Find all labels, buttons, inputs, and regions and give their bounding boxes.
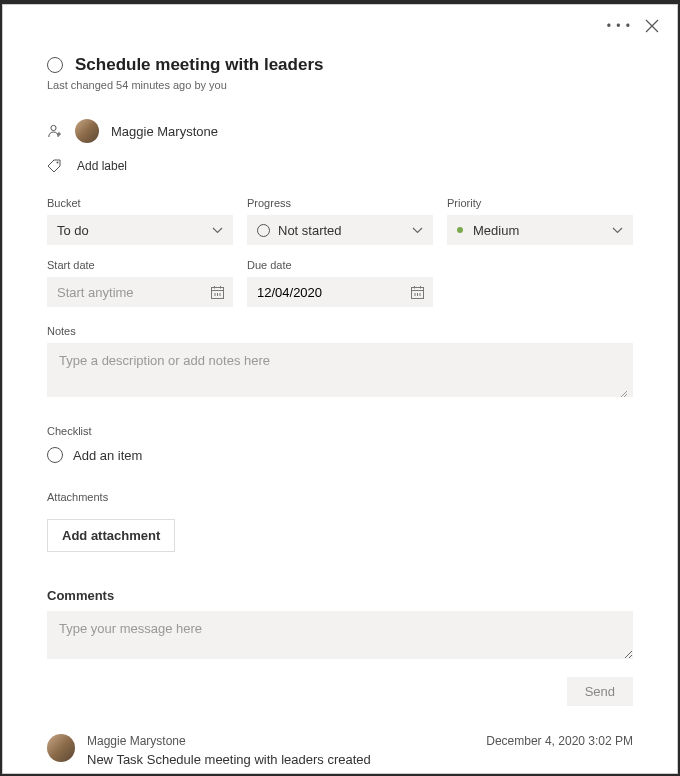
notes-field: Notes — [47, 325, 633, 401]
activity-text: New Task Schedule meeting with leaders c… — [87, 752, 633, 767]
svg-point-1 — [57, 162, 59, 164]
add-checklist-item[interactable]: Add an item — [47, 447, 633, 463]
activity-body: Maggie Marystone December 4, 2020 3:02 P… — [87, 734, 633, 767]
last-changed-text: Last changed 54 minutes ago by you — [47, 79, 633, 91]
start-date-label: Start date — [47, 259, 233, 271]
attachments-label: Attachments — [47, 491, 633, 503]
due-date-input[interactable]: 12/04/2020 — [247, 277, 433, 307]
avatar — [75, 119, 99, 143]
bucket-label: Bucket — [47, 197, 233, 209]
due-date-value: 12/04/2020 — [257, 285, 322, 300]
due-date-label: Due date — [247, 259, 433, 271]
add-attachment-button[interactable]: Add attachment — [47, 519, 175, 552]
progress-circle-icon — [257, 224, 270, 237]
svg-point-0 — [51, 125, 56, 130]
comments-label: Comments — [47, 588, 633, 603]
send-button[interactable]: Send — [567, 677, 633, 706]
calendar-icon — [410, 285, 425, 300]
fields-grid: Bucket To do Progress Not started — [47, 197, 633, 245]
checklist-circle-icon — [47, 447, 63, 463]
comments-section: Comments Send — [47, 588, 633, 706]
chevron-down-icon — [412, 227, 423, 234]
task-dialog: • • • Schedule meeting with leaders Last… — [2, 4, 678, 774]
priority-label: Priority — [447, 197, 633, 209]
dialog-content: Schedule meeting with leaders Last chang… — [3, 5, 677, 776]
comment-input[interactable] — [47, 611, 633, 659]
checklist-add-text: Add an item — [73, 448, 142, 463]
due-date-field: Due date 12/04/2020 — [247, 259, 433, 307]
activity-section: Maggie Marystone December 4, 2020 3:02 P… — [47, 734, 633, 767]
progress-value: Not started — [278, 223, 342, 238]
chevron-down-icon — [212, 227, 223, 234]
send-row: Send — [47, 677, 633, 706]
start-date-input[interactable]: Start anytime — [47, 277, 233, 307]
progress-label: Progress — [247, 197, 433, 209]
progress-select[interactable]: Not started — [247, 215, 433, 245]
dialog-header-actions: • • • — [607, 19, 659, 33]
start-date-placeholder: Start anytime — [57, 285, 134, 300]
activity-timestamp: December 4, 2020 3:02 PM — [486, 734, 633, 748]
checklist-label: Checklist — [47, 425, 633, 437]
assignee-name: Maggie Marystone — [111, 124, 218, 139]
start-date-field: Start date Start anytime — [47, 259, 233, 307]
priority-field: Priority Medium — [447, 197, 633, 245]
notes-label: Notes — [47, 325, 633, 337]
priority-select[interactable]: Medium — [447, 215, 633, 245]
complete-task-circle-icon[interactable] — [47, 57, 63, 73]
assign-person-icon — [47, 123, 63, 139]
priority-dot-icon — [457, 227, 463, 233]
priority-value: Medium — [473, 223, 519, 238]
tag-icon — [47, 159, 61, 173]
calendar-icon — [210, 285, 225, 300]
activity-item: Maggie Marystone December 4, 2020 3:02 P… — [47, 734, 633, 767]
activity-header: Maggie Marystone December 4, 2020 3:02 P… — [87, 734, 633, 748]
notes-textarea[interactable] — [47, 343, 633, 397]
bucket-field: Bucket To do — [47, 197, 233, 245]
bucket-select[interactable]: To do — [47, 215, 233, 245]
add-label-row[interactable]: Add label — [47, 159, 633, 173]
close-icon[interactable] — [645, 19, 659, 33]
dates-grid: Start date Start anytime Due date 12/04/… — [47, 259, 633, 307]
more-options-icon[interactable]: • • • — [607, 19, 631, 33]
checklist-section: Checklist Add an item — [47, 425, 633, 463]
activity-author: Maggie Marystone — [87, 734, 186, 748]
bucket-value: To do — [57, 223, 89, 238]
attachments-section: Attachments Add attachment — [47, 491, 633, 552]
task-title[interactable]: Schedule meeting with leaders — [75, 55, 323, 75]
title-row: Schedule meeting with leaders — [47, 55, 633, 75]
chevron-down-icon — [612, 227, 623, 234]
add-label-text: Add label — [77, 159, 127, 173]
progress-field: Progress Not started — [247, 197, 433, 245]
avatar — [47, 734, 75, 762]
assignee-row[interactable]: Maggie Marystone — [47, 119, 633, 143]
